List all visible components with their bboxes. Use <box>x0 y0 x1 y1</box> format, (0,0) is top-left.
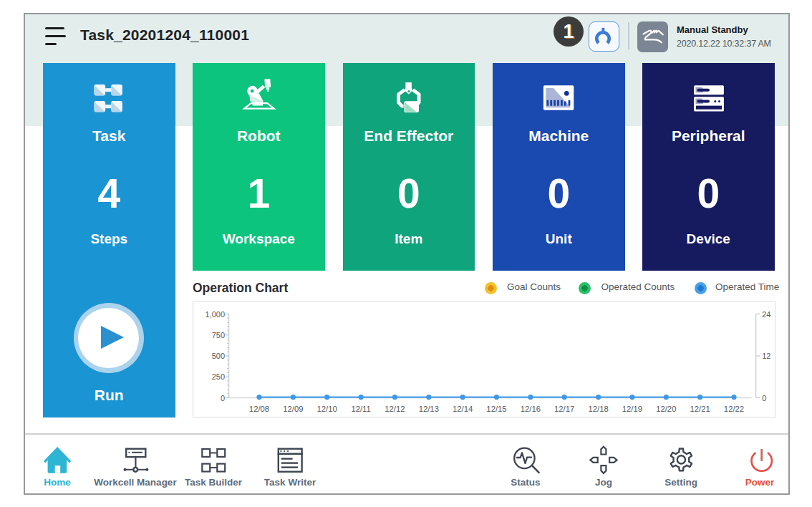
svg-text:24: 24 <box>762 310 770 319</box>
svg-text:1,000: 1,000 <box>206 310 226 319</box>
svg-text:12/17: 12/17 <box>554 405 574 413</box>
svg-text:12/14: 12/14 <box>453 405 473 413</box>
svg-text:0: 0 <box>221 394 225 402</box>
svg-text:12/10: 12/10 <box>317 405 337 413</box>
svg-text:12/21: 12/21 <box>690 405 710 413</box>
svg-text:500: 500 <box>212 352 225 360</box>
svg-text:12/20: 12/20 <box>656 405 676 413</box>
svg-text:0: 0 <box>762 394 766 402</box>
svg-text:12/18: 12/18 <box>588 405 608 413</box>
svg-text:12/09: 12/09 <box>283 405 303 413</box>
svg-text:12/16: 12/16 <box>521 405 541 413</box>
svg-text:12/22: 12/22 <box>724 405 744 413</box>
svg-text:12/15: 12/15 <box>486 405 506 413</box>
svg-text:12/12: 12/12 <box>385 405 405 413</box>
svg-text:12/08: 12/08 <box>249 405 269 413</box>
svg-text:12: 12 <box>762 352 770 360</box>
svg-text:750: 750 <box>212 331 225 339</box>
svg-text:12/19: 12/19 <box>622 405 642 413</box>
svg-text:250: 250 <box>212 372 225 381</box>
svg-text:12/13: 12/13 <box>419 405 439 413</box>
svg-text:12/11: 12/11 <box>351 405 370 413</box>
